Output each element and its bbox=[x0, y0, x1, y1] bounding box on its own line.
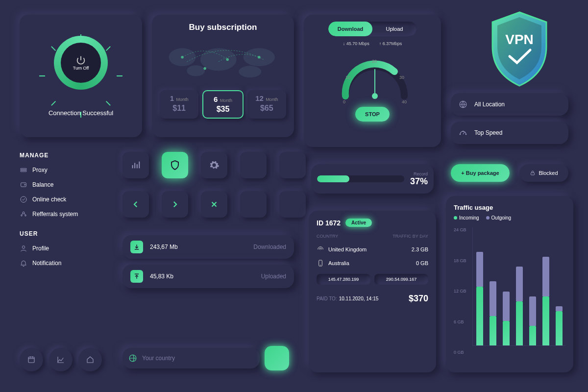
speed-card: Download Upload ↓ 45.70 Mbps ↑ 6.37Mbps … bbox=[304, 15, 441, 147]
record-value: 37% bbox=[410, 176, 428, 187]
location-label: All Location bbox=[474, 101, 505, 108]
shield-button[interactable] bbox=[162, 152, 188, 178]
legend-outgoing: Outgoing bbox=[486, 215, 512, 220]
paid-amount: $370 bbox=[409, 294, 428, 304]
chart-icon bbox=[56, 355, 65, 364]
gear-icon bbox=[209, 160, 220, 171]
svg-point-10 bbox=[372, 93, 378, 99]
uploaded-label: Uploaded bbox=[261, 273, 286, 280]
empty-button-4[interactable] bbox=[279, 191, 306, 218]
downloaded-value: 243,67 Mb bbox=[150, 244, 178, 250]
tab-download[interactable]: Download bbox=[328, 22, 372, 36]
legend-incoming: Incoming bbox=[454, 215, 479, 220]
blocked-button[interactable]: Blocked bbox=[519, 164, 568, 182]
speedometer-icon bbox=[459, 128, 467, 137]
country-confirm-button[interactable] bbox=[265, 346, 289, 370]
sidebar-item-balance[interactable]: Balance bbox=[20, 177, 108, 192]
svg-point-1 bbox=[200, 48, 237, 71]
empty-button-1[interactable] bbox=[240, 152, 267, 178]
record-label: Record bbox=[410, 172, 428, 176]
plan-1[interactable]: 1 Month$11 bbox=[160, 90, 198, 119]
ip-1[interactable]: 145.47.280.199 bbox=[317, 274, 370, 285]
svg-point-5 bbox=[181, 56, 184, 59]
empty-button-2[interactable] bbox=[279, 152, 306, 178]
svg-rect-23 bbox=[21, 171, 26, 172]
calendar-icon bbox=[27, 355, 36, 364]
speed-toggle: Download Upload bbox=[328, 22, 416, 36]
country-row: Australia0 GB bbox=[317, 256, 428, 270]
chart-title: Traffic usage bbox=[454, 204, 565, 211]
power-button[interactable]: Turn Off bbox=[54, 36, 108, 90]
svg-rect-22 bbox=[21, 169, 26, 170]
sidebar-item-proxy[interactable]: Proxy bbox=[20, 163, 108, 177]
svg-point-4 bbox=[239, 66, 261, 77]
chevron-left-icon bbox=[131, 200, 140, 209]
col-country: COUNTRY bbox=[317, 234, 338, 239]
calendar-button[interactable] bbox=[20, 348, 43, 371]
sidebar-item-notification[interactable]: Notification bbox=[20, 256, 108, 270]
home-icon bbox=[86, 355, 95, 364]
svg-point-19 bbox=[460, 134, 461, 135]
traffic-chart-card: Traffic usage Incoming Outgoing 24 GB18 … bbox=[446, 196, 573, 372]
sidebar-item-online-check[interactable]: Online check bbox=[20, 192, 108, 207]
uploaded-row: 45,83 Kb Uploaded bbox=[122, 265, 294, 288]
prev-button[interactable] bbox=[122, 191, 149, 218]
home-button[interactable] bbox=[78, 348, 102, 371]
svg-point-41 bbox=[320, 249, 320, 249]
svg-point-6 bbox=[226, 58, 229, 61]
power-icon bbox=[75, 55, 86, 66]
power-label: Turn Off bbox=[73, 66, 89, 71]
svg-text:20: 20 bbox=[372, 59, 377, 64]
subscription-title: Buy subscription bbox=[160, 23, 286, 32]
svg-text:0: 0 bbox=[343, 99, 345, 104]
downloaded-row: 243,67 Mb Downloaded bbox=[122, 235, 294, 259]
svg-point-25 bbox=[24, 184, 25, 185]
buy-package-button[interactable]: + Buy package bbox=[451, 164, 510, 182]
blocked-label: Blocked bbox=[539, 170, 558, 176]
record-progress: Record 37% bbox=[311, 164, 434, 194]
close-button[interactable] bbox=[201, 191, 227, 218]
download-icon bbox=[130, 241, 143, 253]
tab-upload[interactable]: Upload bbox=[372, 22, 416, 36]
speed-label: Top Speed bbox=[474, 129, 502, 136]
svg-text:10: 10 bbox=[345, 75, 350, 80]
plan-6[interactable]: 6 Month$35 bbox=[202, 90, 243, 119]
svg-point-20 bbox=[466, 134, 466, 135]
globe-icon bbox=[459, 100, 467, 109]
globe-icon bbox=[128, 354, 137, 363]
next-button[interactable] bbox=[162, 191, 188, 218]
session-id: ID 1672 bbox=[317, 219, 341, 227]
paid-date: 10.11.2020, 14:15 bbox=[339, 296, 379, 301]
sidebar-heading-manage: MANAGE bbox=[20, 152, 108, 159]
chart-button[interactable] bbox=[49, 348, 73, 371]
svg-point-29 bbox=[25, 215, 26, 216]
traffic-chart: 24 GB18 GB12 GB6 GB0 GB bbox=[454, 227, 565, 355]
country-row: United Kingdom2.3 GB bbox=[317, 243, 428, 256]
session-card: ID 1672 Active COUNTRYTRAFFIC BY DAY Uni… bbox=[309, 211, 436, 372]
svg-text:30: 30 bbox=[399, 75, 404, 80]
sidebar: MANAGE ProxyBalanceOnline checkRefferral… bbox=[20, 147, 108, 270]
bars-icon bbox=[130, 160, 141, 171]
world-map bbox=[160, 37, 286, 86]
plan-12[interactable]: 12 Month$65 bbox=[247, 90, 286, 119]
svg-text:VPN: VPN bbox=[505, 32, 534, 47]
top-speed-button[interactable]: Top Speed bbox=[451, 122, 568, 144]
country-selector[interactable]: Your country bbox=[122, 348, 260, 368]
svg-point-8 bbox=[203, 67, 206, 70]
upload-icon bbox=[130, 270, 143, 283]
paid-label: PAID TO: bbox=[317, 296, 337, 301]
all-location-button[interactable]: All Location bbox=[451, 93, 568, 116]
stats-button[interactable] bbox=[122, 152, 149, 178]
download-speed: ↓ 45.70 Mbps bbox=[343, 41, 369, 46]
svg-point-27 bbox=[23, 212, 24, 214]
empty-button-3[interactable] bbox=[240, 191, 267, 218]
sidebar-item-refferrals-system[interactable]: Refferrals system bbox=[20, 207, 108, 221]
col-traffic: TRAFFIC BY DAY bbox=[392, 234, 428, 239]
stop-button[interactable]: STOP bbox=[355, 107, 390, 122]
sidebar-item-profile[interactable]: Profile bbox=[20, 241, 108, 256]
settings-button[interactable] bbox=[201, 152, 227, 178]
svg-point-7 bbox=[258, 56, 261, 59]
subscription-card: Buy subscription 1 Month$116 Month$3512 … bbox=[152, 15, 294, 137]
ip-2[interactable]: 290.54.099.167 bbox=[374, 274, 428, 285]
country-placeholder: Your country bbox=[142, 355, 175, 362]
